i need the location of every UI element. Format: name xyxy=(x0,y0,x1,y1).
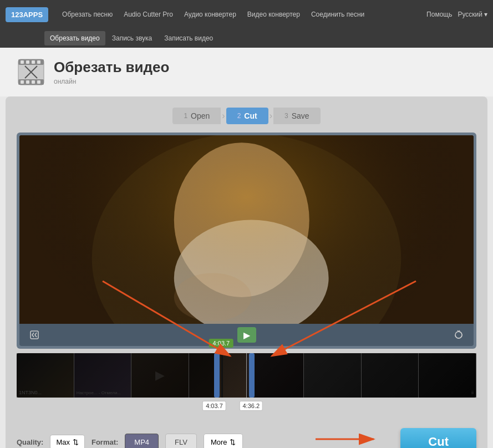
wizard-steps: 1 Open › 2 Cut › 3 Save xyxy=(17,108,476,124)
more-arrows: ⇅ xyxy=(230,438,236,446)
svg-rect-8 xyxy=(26,80,29,84)
wizard-arrow-2: › xyxy=(270,111,272,121)
nav-links: Обрезать песню Audio Cutter Pro Аудио ко… xyxy=(57,7,426,22)
rotate-button[interactable] xyxy=(450,328,467,342)
format-label: Format: xyxy=(92,438,118,446)
quality-value: Max xyxy=(56,438,70,446)
svg-rect-3 xyxy=(21,60,24,64)
nav-cut-video[interactable]: Обрезать видео xyxy=(44,31,105,45)
svg-rect-6 xyxy=(37,60,40,64)
svg-rect-7 xyxy=(21,80,24,84)
quality-select[interactable]: Max ⇅ xyxy=(50,435,85,449)
wizard-step-cut[interactable]: 2 Cut xyxy=(226,108,268,124)
top-navigation: 123APPS Обрезать песню Audio Cutter Pro … xyxy=(0,0,493,29)
timeline-label-2: Настрое... - Отмели... xyxy=(77,390,121,395)
page-title-area: Обрезать видео онлайн xyxy=(54,59,169,86)
timeline-thumb-7 xyxy=(362,353,419,398)
right-handle[interactable] xyxy=(249,353,255,398)
step-num-3: 3 xyxy=(284,112,288,120)
right-time-marker: 4:36.2 xyxy=(239,401,263,411)
step-num-2: 2 xyxy=(237,112,241,120)
nav-audio-cutter-pro[interactable]: Audio Cutter Pro xyxy=(118,7,179,22)
cut-arrow xyxy=(313,431,379,447)
nav-right: Помощь Русский ▾ xyxy=(426,11,487,18)
timeline-thumb-6 xyxy=(304,353,362,398)
language-selector[interactable]: Русский ▾ xyxy=(458,11,487,18)
step-label-open: Open xyxy=(191,111,210,120)
nav-record-audio[interactable]: Запись звука xyxy=(106,31,158,45)
logo-button[interactable]: 123APPS xyxy=(6,7,48,22)
nav-audio-converter[interactable]: Аудио конвертер xyxy=(179,7,242,22)
left-handle[interactable] xyxy=(214,353,220,398)
timeline-label-1: 1NT3N0... xyxy=(19,390,42,395)
rewind-button[interactable] xyxy=(26,328,43,342)
more-label: More xyxy=(211,438,227,446)
svg-rect-10 xyxy=(37,80,40,84)
nav-cut-song[interactable]: Обрезать песню xyxy=(57,7,118,22)
quality-label: Quality: xyxy=(17,438,43,446)
page-header: Обрезать видео онлайн xyxy=(0,48,493,96)
timeline-thumb-5 xyxy=(247,353,304,398)
step-num-1: 1 xyxy=(184,112,187,120)
wizard-arrow-1: › xyxy=(222,111,225,121)
wizard-step-open[interactable]: 1 Open xyxy=(172,108,221,124)
bottom-bar: Quality: Max ⇅ Format: MP4 FLV More ⇅ Cu… xyxy=(17,420,476,448)
nav-video-converter[interactable]: Видео конвертер xyxy=(242,7,306,22)
format-more-button[interactable]: More ⇅ xyxy=(204,434,243,449)
nav-join-songs[interactable]: Соединить песни xyxy=(306,7,370,22)
timeline-thumb-3: ▶ xyxy=(131,353,189,398)
video-screen xyxy=(19,135,474,324)
step-label-cut: Cut xyxy=(244,111,257,120)
timeline-thumb-2: Настрое... - Отмели... xyxy=(74,353,132,398)
svg-rect-4 xyxy=(26,60,29,64)
quality-arrows: ⇅ xyxy=(73,438,79,446)
timeline-label-8: ii xyxy=(471,390,474,395)
timeline-thumb-8: ii xyxy=(419,353,476,398)
svg-rect-5 xyxy=(32,60,35,64)
page-title: Обрезать видео xyxy=(54,59,169,76)
svg-rect-21 xyxy=(19,135,474,324)
video-frame xyxy=(19,135,474,324)
player-container: ▶ xyxy=(17,133,476,349)
app-icon xyxy=(17,58,45,86)
help-link[interactable]: Помощь xyxy=(426,11,452,18)
page-subtitle: онлайн xyxy=(54,78,76,85)
step-label-save: Save xyxy=(292,111,309,120)
cut-button[interactable]: Cut xyxy=(400,428,476,448)
wizard-step-save[interactable]: 3 Save xyxy=(273,108,321,124)
timeline-thumb-1: 1NT3N0... xyxy=(17,353,74,398)
timeline-strip[interactable]: 1NT3N0... Настрое... - Отмели... ▶ ii xyxy=(17,353,476,398)
timeline-section: 1NT3N0... Настрое... - Отмели... ▶ ii xyxy=(17,353,476,398)
main-content: 1 Open › 2 Cut › 3 Save xyxy=(6,96,487,448)
format-flv-button[interactable]: FLV xyxy=(165,434,197,449)
current-time-badge: 4:03.7 xyxy=(209,339,234,348)
svg-rect-9 xyxy=(32,80,35,84)
play-button[interactable]: ▶ xyxy=(237,327,256,343)
format-mp4-button[interactable]: MP4 xyxy=(125,434,159,449)
left-time-marker: 4:03.7 xyxy=(202,401,226,411)
player-controls: ▶ xyxy=(19,324,474,346)
nav-record-video[interactable]: Записать видео xyxy=(159,31,218,45)
sub-navigation: Обрезать видео Запись звука Записать вид… xyxy=(0,29,493,48)
